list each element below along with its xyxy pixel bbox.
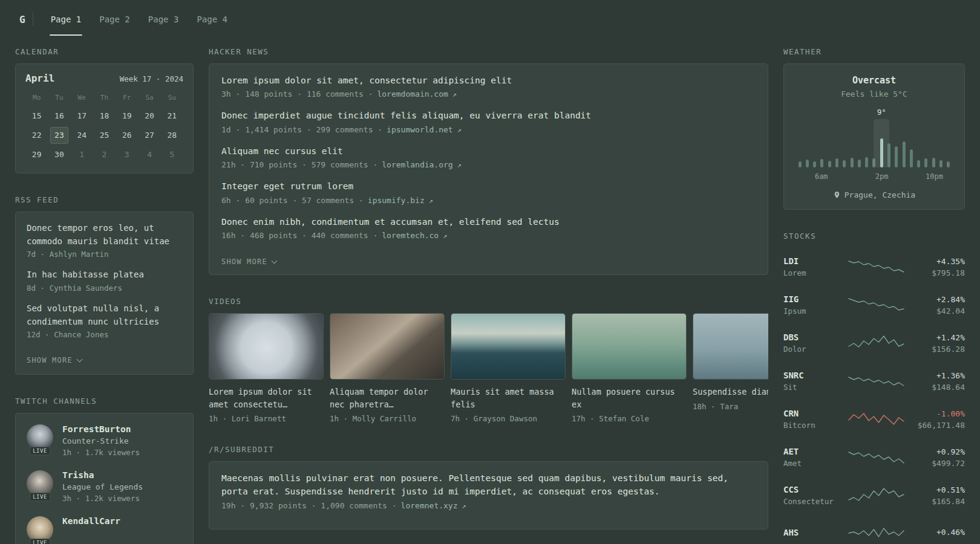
calendar-day-header: We xyxy=(71,91,93,105)
stock-row[interactable]: CRNBitcorn-1.00%$66,171.48 xyxy=(783,400,965,438)
stock-row[interactable]: IIGIpsum+2.84%$42.04 xyxy=(783,286,965,324)
video-meta: 1h · Lori Barnett xyxy=(209,414,324,423)
stock-symbol: SNRC xyxy=(783,371,841,380)
channel-game[interactable]: Counter-Strike xyxy=(62,436,140,445)
stock-values: +0.51%$165.84 xyxy=(910,485,965,506)
hackernews-item-title[interactable]: Donec enim nibh, condimentum et accumsan… xyxy=(221,215,756,228)
stock-info: SNRCSit xyxy=(783,371,841,392)
twitch-channel: LIVEKendallCarr xyxy=(27,516,182,543)
weather-hour-label: 10pm xyxy=(926,172,943,181)
hackernews-item-domain-link[interactable]: ipsumworld.net xyxy=(387,125,453,134)
tab-page-1[interactable]: Page 1 xyxy=(50,0,83,39)
video-thumbnail[interactable] xyxy=(330,313,445,380)
rss-item-meta: 8d · Cynthia Saunders xyxy=(27,283,182,293)
stock-symbol: CRN xyxy=(783,409,841,418)
hackernews-item-title[interactable]: Aliquam nec cursus elit xyxy=(221,144,756,158)
channel-name[interactable]: KendallCarr xyxy=(62,516,120,526)
calendar-day: 5 xyxy=(163,146,181,163)
stock-price: $42.04 xyxy=(910,306,965,316)
rss-item-meta: 12d · Chance Jones xyxy=(27,330,182,339)
stock-info: AHS xyxy=(783,528,841,540)
weather-bar-fill xyxy=(932,158,935,167)
video-thumbnail[interactable] xyxy=(693,313,768,380)
tab-page-4[interactable]: Page 4 xyxy=(195,0,229,39)
calendar-day: 18 xyxy=(95,108,113,125)
stock-change: +0.51% xyxy=(910,485,965,494)
weather-bar-fill xyxy=(917,160,920,167)
rss-item-title[interactable]: Sed volutpat nulla nisl, a condimentum n… xyxy=(27,302,182,328)
rss-show-more-button[interactable]: SHOW MORE xyxy=(27,356,82,364)
weather-bar-fill xyxy=(895,146,898,167)
right-column: WEATHER Overcast Feels like 5°C 9° 6am 2… xyxy=(783,47,965,544)
location-pin-icon xyxy=(833,191,841,199)
video-card[interactable]: Mauris sit amet massa felis7h · Grayson … xyxy=(451,313,566,423)
calendar-day: 15 xyxy=(28,108,46,125)
video-title: Nullam posuere cursus ex xyxy=(572,386,687,410)
video-thumbnail[interactable] xyxy=(451,313,566,380)
rss-item-title[interactable]: In hac habitasse platea xyxy=(27,268,182,282)
app-logo[interactable]: G xyxy=(16,14,33,25)
calendar-day: 26 xyxy=(118,127,136,144)
calendar-day-header: Th xyxy=(93,91,116,105)
video-card[interactable]: Aliquam tempor dolor nec pharetra…1h · M… xyxy=(330,313,445,423)
hackernews-item-title[interactable]: Donec imperdiet augue tincidunt felis al… xyxy=(221,109,756,122)
subreddit-item-domain-link[interactable]: loremnet.xyz xyxy=(401,501,458,510)
live-badge: LIVE xyxy=(30,539,50,544)
weather-bar xyxy=(855,119,863,167)
hackernews-item-title[interactable]: Lorem ipsum dolor sit amet, consectetur … xyxy=(221,74,756,87)
hackernews-item-domain-link[interactable]: loremlandia.org xyxy=(382,160,452,169)
hackernews-item-domain-link[interactable]: loremtech.co xyxy=(382,231,439,240)
stock-row[interactable]: DBSDolor+1.42%$156.28 xyxy=(783,324,965,362)
tab-page-3[interactable]: Page 3 xyxy=(147,0,180,39)
channel-meta: 3h · 1.2k viewers xyxy=(62,494,143,503)
stock-change: +0.92% xyxy=(910,447,965,456)
subreddit-list: Maecenas mollis pulvinar erat non posuer… xyxy=(221,471,756,510)
hackernews-item-title[interactable]: Integer eget rutrum lorem xyxy=(221,180,756,193)
stock-row[interactable]: CCSConsectetur+0.51%$165.84 xyxy=(783,476,965,514)
stock-row[interactable]: AHS+0.46% xyxy=(783,514,965,544)
calendar-day: 22 xyxy=(28,127,46,144)
channel-info: ForrestBurtonCounter-Strike1h · 1.7k vie… xyxy=(62,424,140,457)
weather-widget: WEATHER Overcast Feels like 5°C 9° 6am 2… xyxy=(783,47,965,210)
video-card[interactable]: Nullam posuere cursus ex17h · Stefan Col… xyxy=(572,313,687,423)
weather-bar-fill xyxy=(828,161,831,167)
hackernews-item: Integer eget rutrum lorem6h · 60 points … xyxy=(221,180,756,204)
video-card[interactable]: Suspendisse diam18h · Tara xyxy=(693,313,768,423)
calendar-month: April xyxy=(25,73,54,84)
subreddit-item-title[interactable]: Maecenas mollis pulvinar erat non posuer… xyxy=(221,471,756,499)
stock-row[interactable]: AETAmet+0.92%$499.72 xyxy=(783,438,965,476)
rss-widget-title: RSS FEED xyxy=(15,195,194,204)
stock-row[interactable]: SNRCSit+1.36%$148.64 xyxy=(783,362,965,400)
video-thumbnail[interactable] xyxy=(209,313,324,380)
calendar-day: 27 xyxy=(140,127,158,144)
weather-location[interactable]: Prague, Czechia xyxy=(833,190,915,199)
twitch-widget: TWITCH CHANNELS LIVEForrestBurtonCounter… xyxy=(15,397,194,544)
stock-change: +1.42% xyxy=(910,333,965,342)
stock-values: +0.92%$499.72 xyxy=(910,447,965,468)
channel-game[interactable]: League of Legends xyxy=(62,482,143,491)
video-card[interactable]: Lorem ipsum dolor sit amet consectetu…1h… xyxy=(209,313,324,423)
weather-bar-fill xyxy=(887,143,890,167)
stock-symbol: CCS xyxy=(783,485,841,494)
tab-page-2[interactable]: Page 2 xyxy=(98,0,131,39)
hackernews-item-domain-link[interactable]: ipsumify.biz xyxy=(368,196,425,205)
hackernews-show-more-button[interactable]: SHOW MORE xyxy=(221,257,276,266)
hackernews-item-meta: 21h · 710 points · 579 comments ·loremla… xyxy=(221,160,756,169)
channel-name[interactable]: Trisha xyxy=(62,470,143,480)
stock-info: CCSConsectetur xyxy=(783,485,841,506)
stocks-widget-title: STOCKS xyxy=(783,232,965,241)
video-meta: 18h · Tara xyxy=(693,402,768,411)
rss-item-title[interactable]: Donec tempor eros leo, ut commodo mauris… xyxy=(27,222,182,248)
rss-item: In hac habitasse platea8d · Cynthia Saun… xyxy=(27,268,182,293)
hackernews-item-meta: 6h · 60 points · 57 comments ·ipsumify.b… xyxy=(221,196,756,205)
channel-name[interactable]: ForrestBurton xyxy=(62,424,140,434)
hackernews-item-domain-link[interactable]: loremdomain.com xyxy=(377,89,448,99)
stock-row[interactable]: LDILorem+4.35%$795.18 xyxy=(783,248,965,286)
video-thumbnail[interactable] xyxy=(572,313,687,380)
weather-bar-fill xyxy=(903,141,906,167)
weather-bar-fill xyxy=(820,159,823,167)
avatar-wrap: LIVE xyxy=(27,470,53,497)
calendar-day: 17 xyxy=(73,108,91,125)
subreddit-widget-title: /R/SUBREDDIT xyxy=(209,445,768,454)
weather-bar-fill xyxy=(799,161,802,167)
